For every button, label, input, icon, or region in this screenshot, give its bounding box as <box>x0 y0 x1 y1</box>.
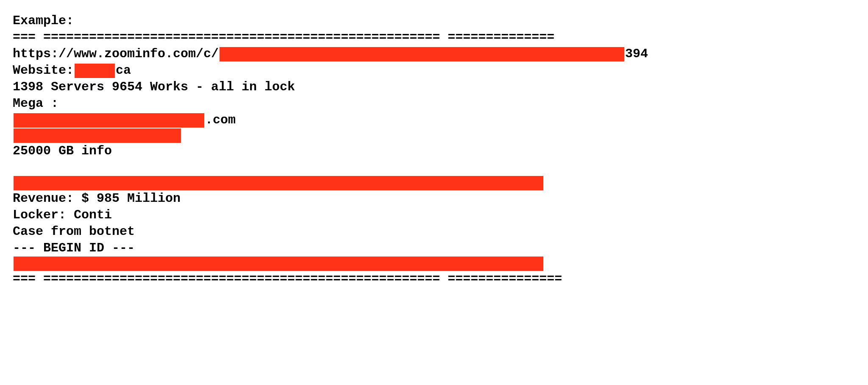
blank-line <box>13 159 855 176</box>
gb-info-line: 25000 GB info <box>13 143 855 159</box>
case-text: Case from botnet <box>13 223 135 240</box>
redacted-details <box>14 176 543 190</box>
redacted-id <box>14 257 543 271</box>
example-header: Example: <box>13 13 855 29</box>
locker-line: Locker: Conti <box>13 207 855 223</box>
gb-text: 25000 GB info <box>13 143 112 159</box>
mega-label-line: Mega : <box>13 95 855 112</box>
redacted-mega-email <box>14 113 204 128</box>
url-suffix: 394 <box>625 46 648 62</box>
separator-bottom: === ====================================… <box>13 271 855 287</box>
locker-text: Locker: Conti <box>13 207 112 223</box>
url-prefix: https://www.zoominfo.com/c/ <box>13 46 219 62</box>
separator-text: === ====================================… <box>13 29 554 46</box>
separator-top: === ====================================… <box>13 29 855 46</box>
url-line: https://www.zoominfo.com/c/ 394 <box>13 46 855 62</box>
mega-email-line: .com <box>13 112 855 128</box>
servers-line: 1398 Servers 9654 Works - all in lock <box>13 79 855 95</box>
example-label: Example: <box>13 13 74 29</box>
website-line: Website: ca <box>13 62 855 79</box>
case-line: Case from botnet <box>13 223 855 240</box>
mega-com-suffix: .com <box>205 112 236 128</box>
website-label: Website: <box>13 62 74 79</box>
revenue-text: Revenue: $ 985 Million <box>13 190 181 207</box>
redacted-details-line <box>13 176 855 190</box>
begin-id-line: --- BEGIN ID --- <box>13 240 855 257</box>
revenue-line: Revenue: $ 985 Million <box>13 190 855 207</box>
redacted-mega-password <box>14 128 181 143</box>
redacted-url-segment <box>220 47 624 61</box>
website-tld: ca <box>116 62 131 79</box>
footer-separator-text: === ====================================… <box>13 271 562 287</box>
redacted-website <box>75 64 115 78</box>
mega-password-line <box>13 128 855 143</box>
redacted-id-line <box>13 257 855 271</box>
servers-text: 1398 Servers 9654 Works - all in lock <box>13 79 295 95</box>
begin-id-text: --- BEGIN ID --- <box>13 240 135 257</box>
mega-label: Mega : <box>13 95 58 112</box>
